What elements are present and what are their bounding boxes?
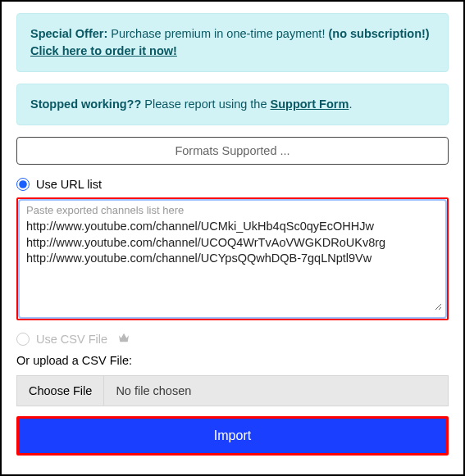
stopped-bold: Stopped working?? bbox=[30, 97, 141, 111]
support-form-link[interactable]: Support Form bbox=[271, 97, 349, 111]
file-upload-row: Choose File No file chosen bbox=[16, 375, 449, 406]
use-csv-file-label: Use CSV File bbox=[36, 333, 107, 346]
import-button-highlight: Import bbox=[16, 416, 449, 456]
use-csv-file-radio-row: Use CSV File bbox=[16, 332, 449, 346]
url-list-textarea[interactable] bbox=[23, 204, 442, 311]
url-textarea-highlight: Paste exported channels list here bbox=[16, 197, 449, 320]
special-offer-text: Purchase premium in one-time payment! bbox=[107, 27, 328, 40]
special-offer-link[interactable]: Click here to order it now! bbox=[30, 44, 177, 57]
crown-icon bbox=[117, 332, 130, 346]
stopped-period: . bbox=[349, 97, 352, 111]
special-offer-banner: Special Offer: Purchase premium in one-t… bbox=[16, 13, 449, 72]
upload-csv-label: Or upload a CSV File: bbox=[16, 354, 449, 367]
use-url-list-radio-row[interactable]: Use URL list bbox=[16, 178, 449, 191]
import-button[interactable]: Import bbox=[19, 419, 446, 453]
special-offer-bold: Special Offer: bbox=[30, 27, 107, 40]
url-textarea-border: Paste exported channels list here bbox=[18, 199, 447, 319]
use-url-list-radio[interactable] bbox=[16, 178, 30, 191]
formats-supported-button[interactable]: Formats Supported ... bbox=[16, 137, 449, 165]
use-csv-file-radio bbox=[16, 333, 30, 346]
choose-file-button[interactable]: Choose File bbox=[17, 376, 104, 406]
use-url-list-label: Use URL list bbox=[36, 178, 102, 191]
stopped-text: Please report using the bbox=[141, 97, 270, 111]
file-chosen-status: No file chosen bbox=[104, 376, 448, 406]
stopped-working-banner: Stopped working?? Please report using th… bbox=[16, 84, 449, 125]
special-offer-paren: (no subscription!) bbox=[328, 27, 429, 40]
